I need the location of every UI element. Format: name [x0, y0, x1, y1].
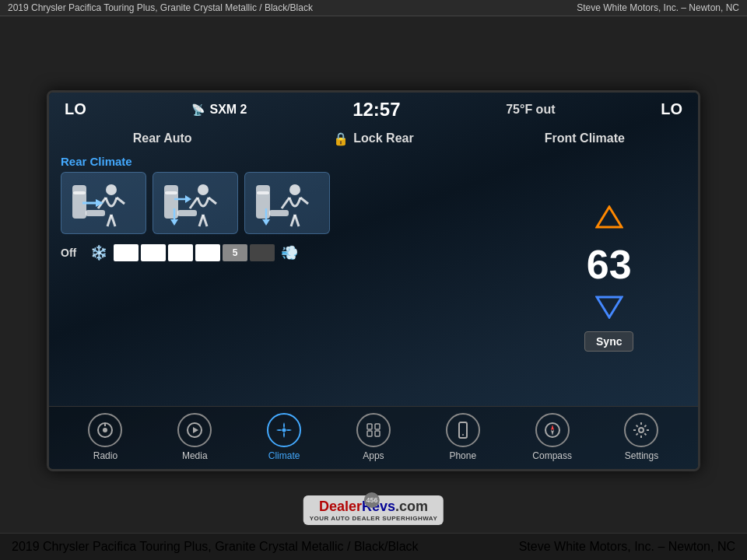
svg-point-25 — [289, 184, 300, 195]
temp-down-btn[interactable] — [595, 296, 623, 324]
svg-rect-10 — [164, 191, 178, 219]
bottom-info-left: 2019 Chrysler Pacifica Touring Plus, Gra… — [12, 540, 419, 554]
svg-point-3 — [106, 184, 117, 195]
svg-rect-41 — [367, 431, 372, 436]
bottom-info-right: Steve White Motors, Inc. – Newton, NC — [519, 540, 735, 554]
svg-rect-12 — [177, 210, 197, 216]
svg-rect-2 — [86, 210, 105, 216]
seat-btn-3[interactable] — [244, 172, 330, 234]
lo-left: LO — [65, 100, 86, 118]
nav-btn-apps[interactable]: Apps — [346, 413, 401, 461]
bottom-nav: Radio Media — [49, 406, 698, 469]
compass-nav-label: Compass — [532, 450, 572, 461]
fan-row: Off ❄️ 5 — [61, 244, 524, 261]
svg-rect-40 — [375, 424, 380, 429]
media-icon-circle — [177, 413, 212, 447]
settings-nav-label: Settings — [625, 450, 658, 461]
top-bar-left: 2019 Chrysler Pacifica Touring Plus, Gra… — [8, 2, 313, 13]
seat-icon-1 — [68, 176, 139, 230]
climate-icon-circle — [267, 413, 301, 447]
svg-rect-0 — [72, 191, 86, 219]
svg-rect-11 — [164, 185, 178, 194]
temperature-display: 63 — [587, 241, 632, 288]
rear-climate-section: Rear Climate — [61, 155, 524, 402]
svg-rect-42 — [375, 431, 380, 436]
media-nav-label: Media — [182, 450, 208, 461]
fan-number: 5 — [233, 247, 238, 258]
watermark-tagline: Your Auto Dealer SuperHighway — [310, 515, 437, 522]
nav-btn-phone[interactable]: Phone — [436, 413, 490, 461]
svg-rect-22 — [256, 191, 270, 219]
page-wrapper: 2019 Chrysler Pacifica Touring Plus, Gra… — [0, 0, 747, 560]
infotainment-screen: LO 📡 SXM 2 12:57 75°F out LO Rear Auto — [47, 90, 700, 471]
watermark: 456 DealerRevs.com Your Auto Dealer Supe… — [303, 495, 444, 525]
seat-icon-3 — [252, 176, 322, 230]
nav-btn-compass[interactable]: Compass — [525, 413, 580, 461]
phone-icon-circle — [446, 413, 480, 447]
temp-up-btn[interactable] — [595, 205, 623, 233]
screen-area: LO 📡 SXM 2 12:57 75°F out LO Rear Auto — [0, 16, 747, 533]
svg-marker-31 — [262, 219, 270, 226]
clock-display: 12:57 — [352, 99, 400, 121]
seat-icons-row — [61, 172, 524, 234]
svg-line-26 — [300, 198, 308, 204]
compass-icon-circle — [535, 413, 570, 447]
svg-point-38 — [282, 428, 286, 432]
fan-icon-left: ❄️ — [90, 244, 107, 261]
rear-climate-label: Rear Climate — [61, 155, 524, 168]
nav-btn-radio[interactable]: Radio — [78, 413, 132, 461]
rear-auto-tab[interactable]: Rear Auto — [61, 131, 264, 145]
svg-rect-39 — [367, 424, 372, 429]
fan-icon-right: 💨 — [281, 244, 298, 261]
infotainment-content: LO 📡 SXM 2 12:57 75°F out LO Rear Auto — [49, 93, 698, 469]
nav-btn-settings[interactable]: Settings — [614, 413, 668, 461]
svg-rect-23 — [256, 185, 270, 194]
svg-line-29 — [295, 215, 299, 226]
status-bar: LO 📡 SXM 2 12:57 75°F out LO — [49, 93, 698, 127]
settings-icon-circle — [624, 413, 658, 447]
radio-icon-circle — [88, 413, 122, 447]
front-climate-tab[interactable]: Front Climate — [483, 131, 686, 145]
lock-rear-btn[interactable]: 🔒 Lock Rear — [272, 131, 475, 146]
svg-marker-32 — [597, 207, 622, 227]
fan-block-1[interactable] — [114, 244, 139, 261]
satellite-icon: 📡 — [191, 103, 205, 116]
radio-nav-label: Radio — [93, 450, 117, 461]
phone-nav-label: Phone — [449, 450, 476, 461]
seat-btn-1[interactable] — [61, 172, 146, 234]
fan-block-4[interactable] — [195, 244, 220, 261]
fan-speed-blocks: 5 — [114, 244, 275, 261]
top-bar-right: Steve White Motors, Inc. – Newton, NC — [577, 2, 739, 13]
svg-marker-21 — [170, 219, 178, 226]
outside-temp: 75°F out — [506, 103, 555, 117]
lock-icon: 🔒 — [333, 131, 349, 146]
svg-rect-1 — [72, 185, 86, 194]
fan-block-2[interactable] — [141, 244, 166, 261]
fan-block-6[interactable] — [250, 244, 275, 261]
svg-line-17 — [203, 215, 207, 226]
apps-icon-circle — [356, 413, 391, 447]
seat-btn-2[interactable] — [153, 172, 238, 234]
svg-marker-33 — [597, 297, 622, 317]
svg-marker-47 — [551, 430, 554, 436]
fan-block-3[interactable] — [168, 244, 193, 261]
top-bar: 2019 Chrysler Pacifica Touring Plus, Gra… — [0, 0, 747, 16]
watermark-box: 456 DealerRevs.com Your Auto Dealer Supe… — [303, 495, 444, 525]
nav-btn-climate[interactable]: Climate — [257, 413, 311, 461]
fan-block-5[interactable]: 5 — [223, 244, 247, 261]
fan-off-label: Off — [61, 247, 84, 259]
svg-point-35 — [103, 428, 107, 432]
radio-info: 📡 SXM 2 — [191, 103, 247, 117]
sync-btn[interactable]: Sync — [584, 331, 633, 352]
svg-marker-19 — [185, 195, 191, 203]
svg-line-14 — [209, 198, 216, 204]
top-nav-row: Rear Auto 🔒 Lock Rear Front Climate — [49, 127, 698, 151]
temp-section: 63 Sync — [532, 155, 687, 402]
seat-icon-2 — [160, 176, 230, 230]
svg-point-13 — [198, 184, 209, 195]
climate-nav-label: Climate — [268, 450, 300, 461]
apps-nav-label: Apps — [363, 450, 384, 461]
svg-marker-46 — [551, 425, 554, 430]
nav-btn-media[interactable]: Media — [167, 413, 222, 461]
radio-channel: SXM 2 — [209, 103, 247, 117]
